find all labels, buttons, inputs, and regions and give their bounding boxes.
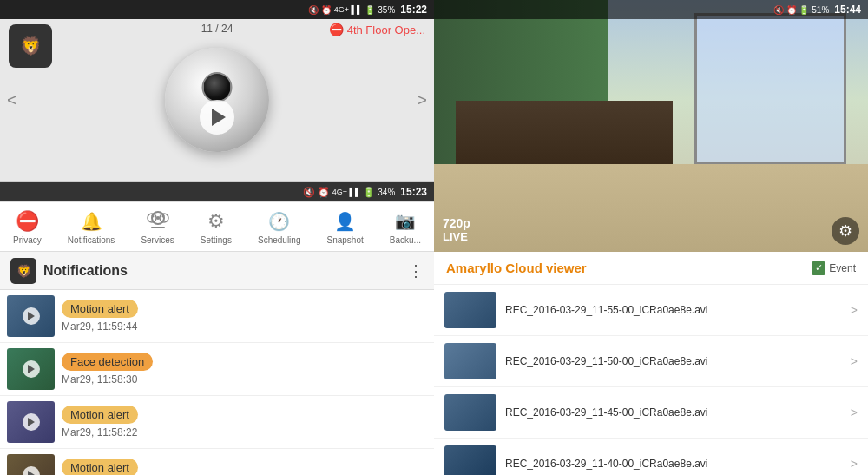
camera-title: ⛔ 4th Floor Ope... [329, 23, 425, 36]
snapshot-label: Snapshot [327, 235, 364, 245]
services-icon [146, 209, 170, 234]
alarm-icon-mid: ⏰ [318, 187, 330, 198]
notif-play-triangle [28, 471, 35, 475]
notifications-menu-button[interactable]: ⋮ [408, 261, 424, 280]
signal-icon: 4G+ ▌▌ [334, 5, 363, 14]
snapshot-icon: 👤 [333, 209, 358, 234]
notif-thumbnail [7, 295, 55, 337]
backup-icon: 📷 [393, 209, 418, 234]
recording-arrow-icon: > [851, 303, 858, 317]
notifications-header: 🦁 Notifications ⋮ [0, 252, 434, 290]
notif-content: Face detection Mar29, 11:58:30 [62, 353, 427, 386]
battery-icon: 🔋 [365, 5, 375, 15]
notif-play-icon [23, 307, 40, 325]
notif-badge: Motion alert [62, 300, 138, 318]
camera-logo: 🦁 [9, 24, 52, 68]
event-filter[interactable]: ✓ Event [812, 261, 856, 275]
left-panel: 🔇 ⏰ 4G+ ▌▌ 🔋 35% 15:22 🦁 11 / 24 ⛔ 4th F… [0, 0, 434, 475]
play-triangle-icon [212, 109, 226, 126]
signal-icon-mid: 4G+ ▌▌ [332, 188, 361, 196]
notif-content: Motion alert Mar29, 11:57:00 [62, 459, 427, 475]
event-label: Event [829, 262, 856, 274]
cloud-viewer-panel: Amaryllo Cloud viewer ✓ Event REC_2016-0… [434, 252, 868, 475]
camera-lens [202, 72, 233, 102]
settings-label: Settings [201, 235, 232, 245]
notif-time: Mar29, 11:58:30 [62, 373, 427, 386]
svg-point-3 [156, 216, 160, 220]
time-left-top: 15:22 [400, 3, 427, 16]
notif-play-triangle [28, 418, 35, 426]
battery-icon-mid: 🔋 [363, 187, 375, 198]
notifications-label: Notifications [68, 235, 115, 245]
right-panel: 🔇 ⏰ 🔋 51% 15:44 720p LIVE ⚙ Amaryllo Clo… [434, 0, 868, 475]
room-scene [434, 0, 868, 252]
notifications-logo: 🦁 [10, 258, 36, 284]
backup-label: Backu... [390, 235, 421, 245]
recording-item[interactable]: REC_2016-03-29_11-55-00_iCRa0ae8e.avi > [434, 285, 868, 336]
notif-content: Motion alert Mar29, 11:59:44 [62, 300, 427, 333]
time-mid: 15:23 [400, 186, 427, 198]
notif-play-icon [23, 360, 40, 378]
stop-icon: ⛔ [329, 23, 344, 36]
camera-device [165, 48, 269, 152]
camera-title-text: 4th Floor Ope... [347, 23, 425, 36]
notif-thumbnail [7, 348, 55, 390]
live-status-bar: 🔇 ⏰ 🔋 51% 15:44 [434, 0, 868, 19]
recording-item[interactable]: REC_2016-03-29_11-45-00_iCRa0ae8e.avi > [434, 387, 868, 439]
recording-list: REC_2016-03-29_11-55-00_iCRa0ae8e.avi > … [434, 285, 868, 475]
recording-item[interactable]: REC_2016-03-29_11-40-00_iCRa0ae8e.avi > [434, 439, 868, 475]
notification-item[interactable]: Motion alert Mar29, 11:58:22 [0, 396, 434, 449]
notif-badge: Motion alert [62, 459, 138, 475]
nav-item-scheduling[interactable]: 🕐 Scheduling [258, 209, 300, 245]
play-button[interactable] [200, 100, 234, 135]
nav-prev-button[interactable]: < [7, 89, 17, 109]
nav-counter: 11 / 24 [201, 23, 233, 35]
mute-icon-mid: 🔇 [303, 187, 315, 198]
recording-item[interactable]: REC_2016-03-29_11-50-00_iCRa0ae8e.avi > [434, 336, 868, 387]
privacy-label: Privacy [13, 235, 42, 245]
nav-next-button[interactable]: > [417, 89, 427, 109]
nav-item-services[interactable]: Services [141, 209, 174, 245]
recording-thumbnail [444, 394, 496, 431]
status-bar-top: 🔇 ⏰ 4G+ ▌▌ 🔋 35% 15:22 [0, 0, 434, 19]
notification-item[interactable]: Motion alert Mar29, 11:59:44 [0, 290, 434, 343]
notification-item[interactable]: Face detection Mar29, 11:58:30 [0, 343, 434, 396]
svg-point-4 [151, 214, 154, 217]
nav-item-privacy[interactable]: ⛔ Privacy [13, 209, 42, 245]
recording-thumbnail [444, 343, 496, 379]
settings-icon: ⚙ [204, 209, 228, 234]
recording-filename: REC_2016-03-29_11-50-00_iCRa0ae8e.avi [505, 355, 842, 367]
battery-pct-mid: 34% [378, 188, 395, 197]
recording-arrow-icon: > [851, 457, 858, 471]
scheduling-icon: 🕐 [267, 209, 292, 234]
recording-filename: REC_2016-03-29_11-45-00_iCRa0ae8e.avi [505, 406, 842, 419]
recording-filename: REC_2016-03-29_11-55-00_iCRa0ae8e.avi [505, 304, 842, 316]
live-status-icons: 🔇 ⏰ 🔋 51% [773, 5, 829, 15]
notification-item[interactable]: Motion alert Mar29, 11:57:00 [0, 449, 434, 475]
notif-badge: Face detection [62, 353, 153, 371]
notif-play-icon [23, 466, 40, 475]
notifications-panel: 🦁 Notifications ⋮ Motion alert Mar29, 11… [0, 252, 434, 475]
recording-arrow-icon: > [851, 354, 858, 368]
notif-badge: Motion alert [62, 406, 138, 424]
notifications-title: Notifications [43, 263, 128, 279]
live-status-label: LIVE [443, 230, 470, 243]
scheduling-label: Scheduling [258, 235, 300, 245]
services-label: Services [141, 235, 174, 245]
notifications-icon: 🔔 [79, 209, 103, 234]
svg-rect-6 [151, 227, 165, 228]
room-furniture [456, 101, 673, 164]
nav-bar: ⛔ Privacy 🔔 Notifications Services [0, 201, 434, 252]
nav-item-settings[interactable]: ⚙ Settings [201, 209, 232, 245]
status-icons-mid: 🔇 ⏰ 4G+ ▌▌ 🔋 34% [303, 187, 396, 198]
notifications-header-left: 🦁 Notifications [10, 258, 128, 284]
live-view: 🔇 ⏰ 🔋 51% 15:44 720p LIVE ⚙ [434, 0, 868, 252]
live-time: 15:44 [834, 3, 861, 16]
nav-item-snapshot[interactable]: 👤 Snapshot [327, 209, 364, 245]
notif-play-triangle [28, 365, 35, 373]
live-settings-button[interactable]: ⚙ [832, 217, 859, 245]
resolution-label: 720p [443, 216, 470, 230]
event-checkbox-icon: ✓ [812, 261, 825, 275]
nav-item-notifications[interactable]: 🔔 Notifications [68, 209, 115, 245]
nav-item-backup[interactable]: 📷 Backu... [390, 209, 421, 245]
